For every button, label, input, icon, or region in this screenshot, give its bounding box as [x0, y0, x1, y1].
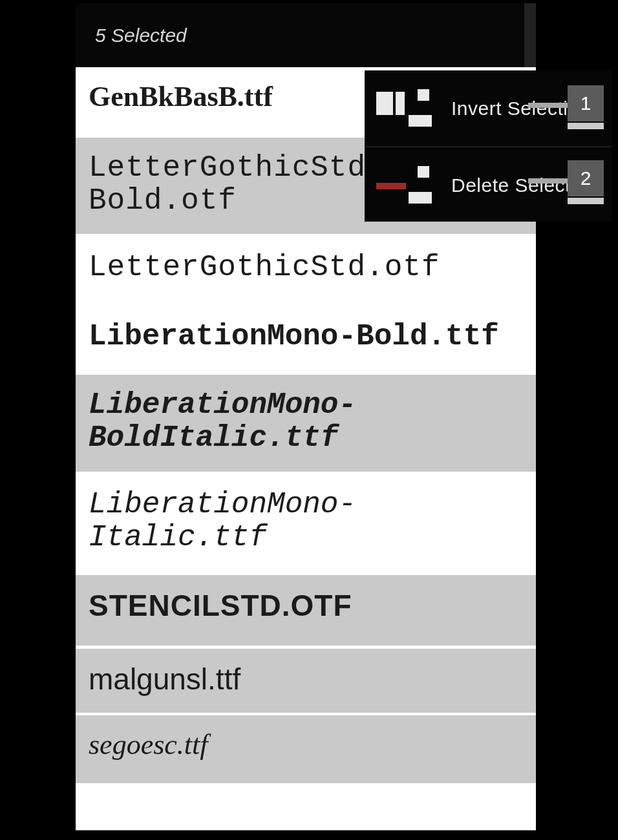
callout-leader-line: [528, 103, 568, 108]
font-name-label: LetterGothicStd-Bold.otf: [89, 151, 385, 218]
font-name-label: malgunsl.ttf: [89, 662, 240, 696]
font-row-liberationmono-italic[interactable]: LiberationMono-Italic.ttf: [76, 474, 536, 572]
callout-badge-2: 2: [568, 160, 604, 196]
font-row-liberationmono-bold[interactable]: LiberationMono-Bold.ttf: [76, 306, 536, 372]
font-name-label: LiberationMono-Italic.ttf: [89, 488, 356, 554]
scrollbar-track-icon: [524, 3, 536, 67]
callout-badge-1: 1: [568, 85, 604, 121]
font-row-stencilstd[interactable]: STENCILSTD.OTF: [76, 575, 536, 646]
font-name-label: GenBkBasB.ttf: [89, 81, 273, 112]
font-row-empty: [76, 786, 536, 830]
callout-leader-line: [528, 178, 568, 184]
selection-count-label: 5 Selected: [95, 25, 187, 47]
font-row-segoesc[interactable]: segoesc.ttf: [76, 715, 536, 783]
font-name-label: STENCILSTD.OTF: [89, 589, 352, 622]
font-row-malgunsl[interactable]: malgunsl.ttf: [76, 649, 536, 713]
app-screen: 5 Selected GenBkBasB.ttf LetterGothicStd…: [76, 3, 536, 830]
selection-topbar: 5 Selected: [76, 3, 536, 67]
font-name-label: LiberationMono-Bold.ttf: [89, 320, 499, 353]
delete-selected-icon: [376, 166, 433, 205]
font-row-liberationmono-bolditalic[interactable]: LiberationMono-BoldItalic.ttf: [76, 375, 536, 472]
callout-number: 2: [581, 167, 591, 189]
font-name-label: segoesc.ttf: [89, 729, 208, 761]
callout-number: 1: [581, 92, 591, 114]
font-row-lettergothic[interactable]: LetterGothicStd.otf: [76, 237, 536, 304]
font-name-label: LiberationMono-BoldItalic.ttf: [89, 388, 356, 455]
invert-selection-icon: [376, 89, 433, 128]
font-name-label: LetterGothicStd.otf: [89, 251, 440, 284]
